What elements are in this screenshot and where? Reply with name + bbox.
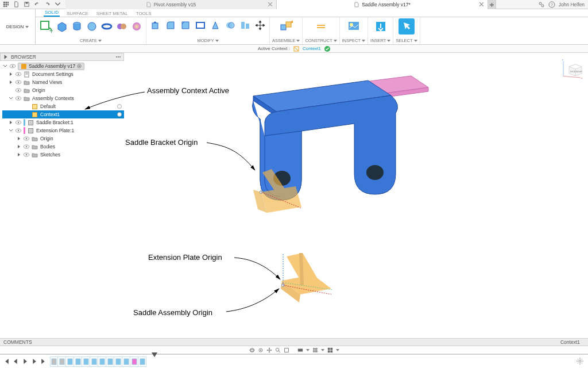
combine-button[interactable] bbox=[223, 18, 237, 32]
shell-button[interactable] bbox=[194, 18, 207, 32]
pipe-button[interactable] bbox=[130, 20, 144, 33]
ribbon-group-label[interactable]: MODIFY bbox=[197, 38, 214, 43]
new-tab-button[interactable] bbox=[488, 0, 496, 9]
chevron-down-icon[interactable] bbox=[321, 349, 324, 351]
ribbon-group-label[interactable]: INSPECT bbox=[342, 38, 361, 43]
ribbon-group-label[interactable]: INSERT bbox=[370, 38, 386, 43]
check-icon[interactable] bbox=[324, 46, 330, 52]
ribbon-group-label[interactable]: SELECT bbox=[396, 38, 412, 43]
timeline-start-icon[interactable] bbox=[3, 358, 10, 365]
insert-button[interactable] bbox=[373, 18, 389, 34]
visibility-icon[interactable] bbox=[24, 136, 29, 141]
cylinder-button[interactable] bbox=[70, 20, 84, 33]
chamfer-button[interactable] bbox=[179, 18, 192, 32]
workspace-picker[interactable]: DESIGN bbox=[0, 9, 36, 44]
assemble-button[interactable]: ★ bbox=[278, 18, 294, 34]
undo-icon[interactable] bbox=[33, 1, 40, 8]
close-icon[interactable] bbox=[268, 2, 273, 7]
timeline-step[interactable] bbox=[122, 356, 130, 367]
chevron-down-icon bbox=[296, 40, 300, 42]
svg-rect-108 bbox=[330, 347, 332, 350]
tree-node[interactable]: Bodies bbox=[2, 143, 124, 151]
fit-icon[interactable] bbox=[284, 347, 289, 353]
torus-button[interactable] bbox=[100, 20, 114, 33]
sphere-button[interactable] bbox=[85, 20, 99, 33]
timeline-end-icon[interactable] bbox=[40, 358, 47, 365]
timeline-play-icon[interactable] bbox=[22, 358, 28, 365]
timeline-step[interactable] bbox=[114, 356, 122, 367]
orbit-icon[interactable] bbox=[249, 347, 255, 353]
grid-toggle-icon[interactable] bbox=[312, 347, 318, 353]
timeline-step[interactable] bbox=[90, 356, 98, 367]
visibility-icon[interactable] bbox=[24, 144, 29, 150]
svg-rect-28 bbox=[281, 25, 286, 30]
timeline-step[interactable] bbox=[138, 356, 146, 367]
timeline-marker[interactable] bbox=[152, 352, 157, 358]
timeline-step[interactable] bbox=[82, 356, 90, 367]
pan-icon[interactable] bbox=[266, 347, 272, 353]
box-button[interactable] bbox=[55, 20, 69, 33]
timeline-step[interactable] bbox=[106, 356, 114, 367]
redo-icon[interactable] bbox=[44, 1, 51, 8]
expand-icon[interactable] bbox=[8, 128, 13, 133]
annotation-assembly-origin: Saddle Assembly Origin bbox=[133, 308, 212, 317]
tree-node[interactable]: Extension Plate:1 bbox=[2, 126, 124, 135]
expand-icon[interactable] bbox=[16, 152, 21, 158]
ribbon-group-label[interactable]: CREATE bbox=[80, 38, 97, 43]
timeline-step[interactable] bbox=[74, 356, 82, 367]
ribbon-tab-tools[interactable]: TOOLS bbox=[135, 10, 153, 17]
visibility-icon[interactable] bbox=[16, 128, 21, 133]
timeline-step[interactable] bbox=[66, 356, 74, 367]
document-tab[interactable]: Pivot Assembly v15 bbox=[65, 0, 277, 9]
close-icon[interactable] bbox=[479, 2, 484, 7]
comments-bar[interactable]: COMMENTS Context1 bbox=[0, 338, 588, 346]
timeline-settings-icon[interactable] bbox=[577, 358, 583, 365]
expand-icon[interactable] bbox=[16, 136, 21, 141]
zoom-icon[interactable] bbox=[275, 347, 281, 353]
active-context-name[interactable]: Context1 bbox=[303, 46, 321, 51]
chevron-down-icon[interactable] bbox=[336, 349, 339, 351]
ribbon-tab-solid[interactable]: SOLID bbox=[44, 9, 60, 17]
timeline-step[interactable] bbox=[98, 356, 106, 367]
file-icon[interactable] bbox=[13, 1, 20, 8]
ribbon-tab-sheetmetal[interactable]: SHEET METAL bbox=[95, 10, 129, 17]
align-button[interactable] bbox=[238, 18, 252, 32]
chevron-down-icon[interactable] bbox=[306, 349, 310, 351]
tree-node[interactable]: Sketches bbox=[2, 151, 124, 159]
inspect-button[interactable] bbox=[346, 18, 362, 34]
coil-button[interactable] bbox=[115, 20, 129, 33]
document-tab-active[interactable]: Saddle Assembly v17* bbox=[277, 0, 488, 9]
expand-icon[interactable] bbox=[16, 144, 21, 150]
ribbon-tab-surface[interactable]: SURFACE bbox=[65, 10, 90, 17]
sketch-button[interactable]: + bbox=[38, 18, 54, 34]
presspull-button[interactable] bbox=[149, 18, 163, 32]
user-name[interactable]: John Helfen bbox=[559, 2, 585, 7]
timeline-step[interactable] bbox=[50, 356, 58, 367]
select-button[interactable] bbox=[399, 18, 415, 34]
ribbon-group-label[interactable]: ASSEMBLE bbox=[272, 38, 295, 43]
tree-node-label: Origin bbox=[40, 136, 53, 141]
display-style-icon[interactable] bbox=[297, 347, 303, 353]
move-button[interactable] bbox=[253, 18, 267, 32]
save-icon[interactable] bbox=[23, 1, 30, 8]
svg-rect-22 bbox=[152, 23, 158, 29]
timeline-step[interactable] bbox=[130, 356, 138, 367]
timeline-next-icon[interactable] bbox=[31, 358, 37, 365]
qa-caret-icon[interactable] bbox=[54, 1, 61, 8]
svg-rect-27 bbox=[246, 24, 249, 29]
timeline-step[interactable] bbox=[58, 356, 66, 367]
fillet-button[interactable] bbox=[164, 18, 177, 32]
visibility-icon[interactable] bbox=[24, 152, 29, 158]
extensions-icon[interactable] bbox=[538, 1, 545, 8]
timeline-steps[interactable] bbox=[50, 356, 146, 367]
viewport-icon[interactable] bbox=[327, 347, 333, 353]
viewport[interactable]: z x FRONT RIGHT bbox=[124, 53, 588, 338]
help-icon[interactable]: ? bbox=[548, 1, 555, 8]
grid-icon[interactable] bbox=[2, 1, 9, 8]
timeline-prev-icon[interactable] bbox=[13, 358, 19, 365]
tree-node[interactable]: Origin bbox=[2, 135, 124, 143]
look-icon[interactable] bbox=[258, 347, 264, 353]
draft-button[interactable] bbox=[208, 18, 222, 32]
construct-button[interactable] bbox=[313, 18, 329, 34]
ribbon-group-label[interactable]: CONSTRUCT bbox=[305, 38, 332, 43]
